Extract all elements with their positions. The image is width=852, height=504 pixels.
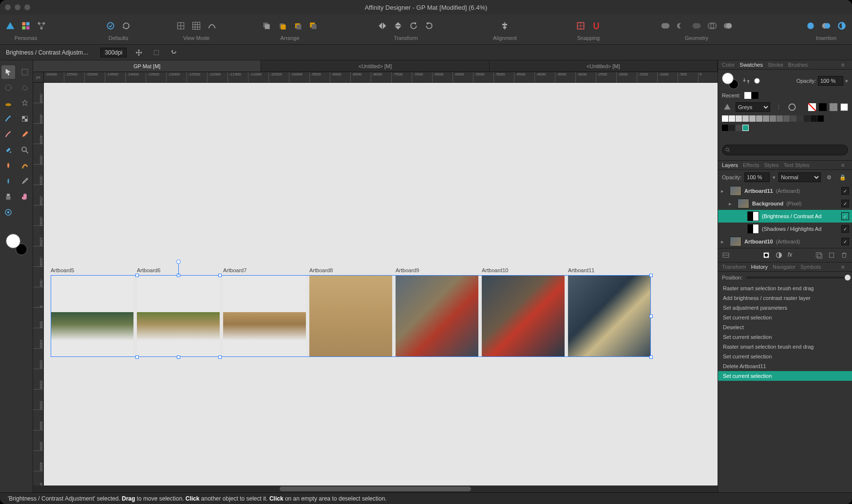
palette-add-icon[interactable]	[787, 102, 797, 112]
history-item[interactable]: Raster smart selection brush end drag	[718, 283, 852, 293]
layer-opacity-dropdown-icon[interactable]: ▾	[773, 174, 776, 181]
layer-row[interactable]: ▸Background (Pixel)✓	[718, 197, 852, 210]
layer-visibility-checkbox[interactable]: ✓	[841, 225, 849, 233]
fill-color-well[interactable]	[6, 234, 20, 248]
swatch-selected[interactable]	[742, 125, 749, 131]
insert-top-icon[interactable]	[836, 20, 847, 31]
pan-tool[interactable]	[18, 190, 32, 204]
opacity-dropdown-icon[interactable]: ▾	[845, 78, 848, 84]
swatch[interactable]	[722, 115, 728, 122]
layer-row[interactable]: (Brightness / Contrast Ad ✓	[718, 210, 852, 223]
swatch-fillstroke[interactable]	[722, 73, 738, 89]
add-layer-icon[interactable]	[828, 251, 835, 259]
marquee-tool[interactable]	[18, 65, 32, 79]
layer-visibility-checkbox[interactable]: ✓	[841, 238, 849, 245]
rotate-ccw-icon[interactable]	[408, 20, 419, 31]
tab-layers[interactable]: Layers	[722, 162, 738, 168]
insert-inside-icon[interactable]	[805, 20, 816, 31]
layer-row[interactable]: ▸Artboard11 (Artboard)✓	[718, 185, 852, 197]
swatch[interactable]	[722, 125, 728, 131]
smudge-tool[interactable]	[18, 159, 32, 172]
history-item[interactable]: Raster smart selection brush end drag	[718, 342, 852, 352]
palette-type-icon[interactable]	[722, 102, 733, 112]
layer-lock-icon[interactable]: 🔒	[837, 172, 848, 183]
none-swatch-icon[interactable]	[808, 103, 816, 111]
ruler-vertical[interactable]: -5000-4500-4000-3500-3000-2500-2000-1500…	[33, 83, 44, 485]
zoom-window[interactable]	[24, 4, 30, 10]
palette-select[interactable]: Greys	[736, 102, 770, 112]
dodge-tool[interactable]	[1, 174, 15, 188]
zoom-tool[interactable]	[18, 143, 32, 157]
selection-handle[interactable]	[135, 274, 139, 277]
color-picker-tool[interactable]	[1, 205, 15, 219]
blend-mode-select[interactable]: Normal	[778, 172, 821, 182]
view-retina-icon[interactable]	[191, 20, 202, 31]
delete-layer-icon[interactable]	[840, 251, 848, 259]
geom-divide-icon[interactable]	[722, 20, 733, 31]
mixer-brush-tool[interactable]	[18, 112, 32, 126]
black-swatch[interactable]	[819, 103, 827, 111]
white-swatch[interactable]	[840, 103, 848, 111]
ellipse-marquee-tool[interactable]	[1, 81, 15, 94]
flood-fill-tool[interactable]	[1, 143, 15, 157]
artboard-label[interactable]: Artboard11	[568, 267, 594, 273]
history-item[interactable]: Set current selection	[718, 313, 852, 322]
swatch[interactable]	[742, 115, 749, 122]
erase-brush-tool[interactable]	[1, 128, 15, 141]
tab-stroke[interactable]: Stroke	[768, 62, 783, 68]
ruler-horizontal[interactable]: -16000-15500-15000-14500-14000-13500-130…	[44, 72, 718, 83]
history-item[interactable]: Delete Artboard11	[718, 361, 852, 371]
history-item[interactable]: Set adjustment parameters	[718, 303, 852, 313]
history-item[interactable]: Set current selection	[718, 352, 852, 361]
swatch[interactable]	[763, 115, 769, 122]
grey-swatch[interactable]	[830, 103, 837, 111]
disclosure-icon[interactable]: ▸	[721, 188, 727, 194]
swatch[interactable]	[797, 115, 803, 122]
swatch[interactable]	[783, 115, 790, 122]
arrange-back-icon[interactable]	[261, 20, 272, 31]
history-item[interactable]: Set current selection	[718, 371, 852, 381]
layer-visibility-checkbox[interactable]: ✓	[841, 200, 849, 207]
tab-brushes[interactable]: Brushes	[788, 62, 808, 68]
tab-text-styles[interactable]: Text Styles	[783, 162, 809, 168]
lock-children-icon[interactable]	[151, 47, 162, 58]
tab-history[interactable]: History	[751, 264, 768, 270]
clone-tool[interactable]	[1, 190, 15, 204]
layer-fx-icon[interactable]: fx	[788, 251, 795, 259]
tab-symbols[interactable]: Symbols	[800, 264, 821, 270]
tab-transform[interactable]: Transform	[722, 264, 746, 270]
artboard-label[interactable]: Artboard6	[137, 267, 160, 273]
layer-visibility-checkbox[interactable]: ✓	[841, 212, 849, 220]
selection-bounding-box[interactable]	[51, 275, 651, 357]
swatch[interactable]	[749, 115, 756, 122]
tab-swatches[interactable]: Swatches	[739, 62, 763, 68]
history-item[interactable]: Deselect	[718, 322, 852, 332]
selection-handle[interactable]	[649, 274, 653, 277]
selection-handle[interactable]	[649, 355, 653, 359]
opacity-field[interactable]	[818, 76, 843, 86]
persona-pixel-icon[interactable]	[20, 20, 31, 31]
tab-2[interactable]: <Untitled> [M]	[490, 60, 718, 72]
artboard-label[interactable]: Artboard7	[223, 267, 246, 273]
ruler-unit[interactable]: px	[33, 72, 44, 83]
artboard-label[interactable]: Artboard9	[396, 267, 419, 273]
selection-handle[interactable]	[649, 315, 653, 318]
layer-settings-icon[interactable]: ⚙	[824, 172, 834, 183]
move-tool[interactable]	[1, 65, 15, 79]
tab-styles[interactable]: Styles	[764, 162, 778, 168]
tab-navigator[interactable]: Navigator	[773, 264, 795, 270]
layer-visibility-checkbox[interactable]: ✓	[841, 187, 849, 195]
tab-0[interactable]: GP Mat [M]	[33, 60, 261, 72]
geom-xor-icon[interactable]	[707, 20, 718, 31]
rotate-cw-icon[interactable]	[424, 20, 435, 31]
freehand-select-tool[interactable]	[18, 81, 32, 94]
close-window[interactable]	[5, 4, 11, 10]
history-item[interactable]: Set current selection	[718, 332, 852, 342]
pencil-tool[interactable]	[18, 128, 32, 141]
swatch[interactable]	[756, 115, 762, 122]
swatch[interactable]	[770, 115, 776, 122]
selection-handle[interactable]	[218, 274, 222, 277]
swatch[interactable]	[736, 115, 742, 122]
swatch[interactable]	[729, 115, 735, 122]
picker-dot-icon[interactable]	[754, 78, 760, 84]
